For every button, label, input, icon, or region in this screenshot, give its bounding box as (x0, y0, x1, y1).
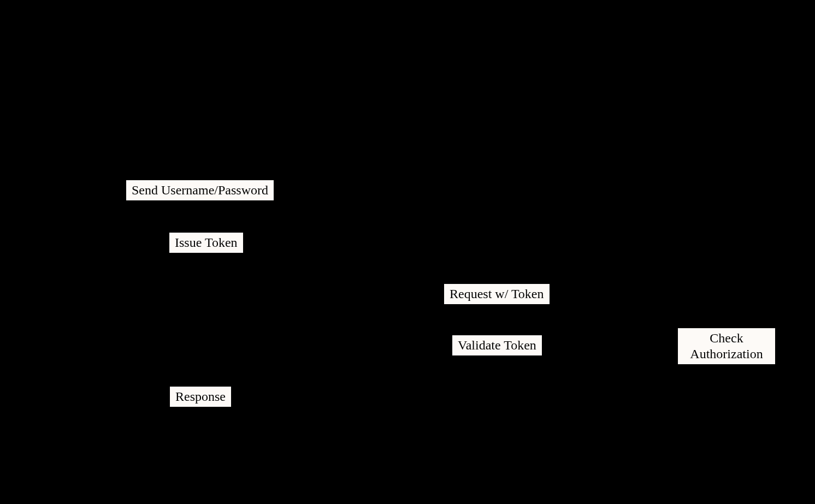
label-issue-token: Issue Token (169, 233, 243, 253)
label-response: Response (170, 387, 231, 407)
label-request-with-token: Request w/ Token (444, 284, 550, 304)
label-check-authorization: Check Authorization (678, 328, 775, 364)
label-validate-token: Validate Token (452, 335, 542, 355)
label-send-credentials: Send Username/Password (126, 180, 274, 200)
